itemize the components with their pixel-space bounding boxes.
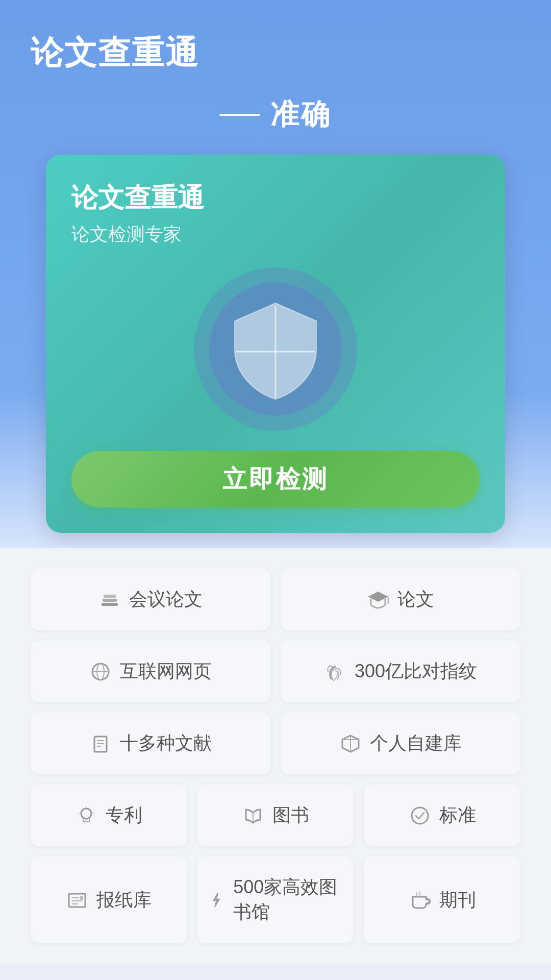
main-card: 论文查重通 论文检测专家 立即检测 xyxy=(46,155,505,533)
card-title: 论文查重通 xyxy=(71,180,204,216)
feature-internet-label: 互联网网页 xyxy=(120,659,212,684)
feature-row-2: 互联网网页 300亿比对指纹 xyxy=(31,641,520,702)
feature-newspaper[interactable]: 报纸库 xyxy=(31,856,187,943)
feature-internet[interactable]: 互联网网页 xyxy=(31,641,270,702)
feature-journals-label: 期刊 xyxy=(439,888,476,913)
feature-conference-paper-label: 会议论文 xyxy=(129,587,203,612)
lightbulb-icon xyxy=(75,804,97,827)
feature-documents[interactable]: 十多种文献 xyxy=(31,713,270,774)
feature-row-5: 报纸库 500家高效图书馆 期刊 xyxy=(31,856,520,943)
shield-bg-circle xyxy=(194,267,357,431)
feature-row-3: 十多种文献 个人自建库 xyxy=(31,713,520,774)
feature-books[interactable]: 图书 xyxy=(197,785,354,846)
card-subtitle: 论文检测专家 xyxy=(71,222,182,247)
feature-row-1: 会议论文 论文 xyxy=(31,569,520,630)
layers-icon xyxy=(98,589,121,611)
feature-patent-label: 专利 xyxy=(106,803,142,828)
detect-button[interactable]: 立即检测 xyxy=(71,451,480,507)
svg-rect-27 xyxy=(80,896,83,900)
shield-container xyxy=(71,267,480,431)
feature-journals[interactable]: 期刊 xyxy=(364,856,520,943)
feature-personal-db[interactable]: 个人自建库 xyxy=(281,713,520,774)
svg-rect-4 xyxy=(104,595,116,598)
svg-point-22 xyxy=(412,807,428,824)
svg-point-16 xyxy=(81,808,91,819)
feature-paper-label: 论文 xyxy=(397,587,434,612)
feature-section: 会议论文 论文 互联网网页 xyxy=(0,548,551,964)
feature-conference-paper[interactable]: 会议论文 xyxy=(31,569,270,630)
coffee-icon xyxy=(409,889,431,911)
graduation-icon xyxy=(367,589,389,611)
feature-fingerprint[interactable]: 300亿比对指纹 xyxy=(281,641,520,702)
feature-books-label: 图书 xyxy=(272,803,309,828)
box-icon xyxy=(339,732,362,755)
slogan-text: 准确 xyxy=(270,95,332,134)
check-circle-icon xyxy=(409,804,431,827)
newspaper-icon xyxy=(66,889,88,911)
feature-documents-label: 十多种文献 xyxy=(120,731,212,756)
feature-row-4: 专利 图书 标准 xyxy=(31,785,520,846)
zap-icon xyxy=(208,889,225,911)
feature-paper[interactable]: 论文 xyxy=(281,569,520,630)
app-title: 论文查重通 xyxy=(31,31,520,75)
book-icon xyxy=(242,804,264,827)
svg-rect-3 xyxy=(103,599,117,602)
svg-rect-2 xyxy=(102,603,118,606)
fingerprint-icon xyxy=(324,660,346,683)
feature-standards-label: 标准 xyxy=(439,803,476,828)
shield-icon xyxy=(230,298,321,400)
slogan-line xyxy=(219,114,260,116)
feature-newspaper-label: 报纸库 xyxy=(96,888,152,913)
feature-fingerprint-label: 300亿比对指纹 xyxy=(355,659,477,684)
feature-libraries[interactable]: 500家高效图书馆 xyxy=(197,856,354,943)
feature-standards[interactable]: 标准 xyxy=(364,785,520,846)
feature-personal-db-label: 个人自建库 xyxy=(370,731,462,756)
shield-inner-circle xyxy=(209,283,342,415)
documents-icon xyxy=(89,732,112,755)
feature-libraries-label: 500家高效图书馆 xyxy=(233,875,343,925)
feature-patent[interactable]: 专利 xyxy=(31,785,187,846)
globe-icon xyxy=(89,660,112,683)
